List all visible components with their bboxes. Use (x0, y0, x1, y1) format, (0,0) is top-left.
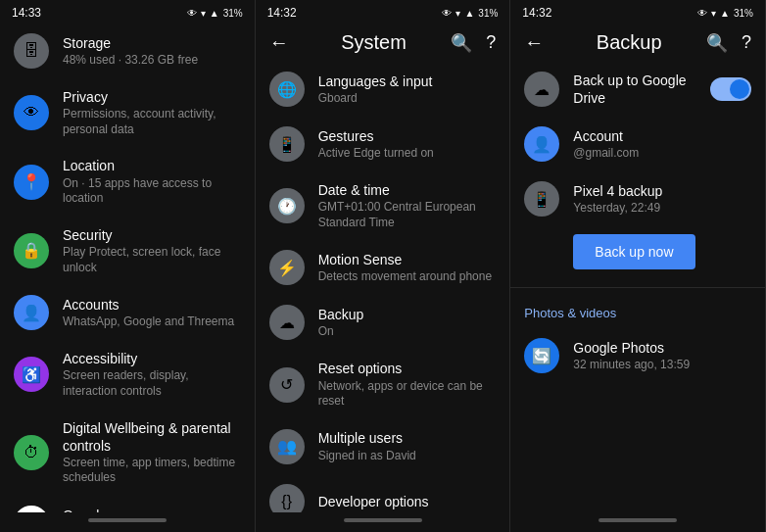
nav-bar-2 (256, 512, 510, 532)
motion-title: Motion Sense (318, 251, 497, 268)
system-item-backup[interactable]: ☁BackupOn (256, 295, 510, 350)
settings-item-storage[interactable]: 🗄Storage48% used · 33.26 GB free (0, 24, 255, 78)
status-icons-1: 👁 ▾ ▲ 31% (187, 8, 243, 19)
wellbeing-icon: ⏱ (14, 435, 49, 470)
backup-drive-text: Back up to Google Drive (573, 72, 710, 107)
motion-icon: ⚡ (269, 250, 305, 285)
gesture-icon: 📱 (269, 126, 305, 162)
account-subtitle: @gmail.com (573, 146, 751, 162)
settings-item-accessibility[interactable]: ♿AccessibilityScreen readers, display, i… (0, 340, 255, 409)
photos-videos-header: Photos & videos (510, 292, 765, 328)
status-bar-3: 14:32 👁 ▾ ▲ 31% (510, 0, 765, 24)
lang-icon: 🌐 (269, 72, 305, 107)
security-subtitle: Play Protect, screen lock, face unlock (63, 245, 241, 275)
google-photos-subtitle: 32 minutes ago, 13:59 (573, 358, 751, 373)
battery-icon: 31% (223, 8, 243, 19)
wifi-icon-2: ▾ (455, 8, 460, 19)
google-icon: G (14, 506, 49, 512)
settings-item-google[interactable]: GGoogleServices & preferences (0, 496, 255, 512)
location-icon: 📍 (14, 165, 49, 200)
lang-title: Languages & input (318, 73, 497, 90)
visibility-icon-3: 👁 (697, 8, 707, 19)
google-photos-item[interactable]: 🔄 Google Photos 32 minutes ago, 13:59 (510, 328, 765, 383)
nav-pill-2 (344, 518, 422, 522)
backup-drive-item[interactable]: ☁ Back up to Google Drive (510, 62, 765, 117)
help-icon-3[interactable]: ? (742, 32, 751, 53)
help-icon-2[interactable]: ? (486, 32, 496, 53)
datetime-text: Date & timeGMT+01:00 Central European St… (318, 181, 497, 230)
settings-item-accounts[interactable]: 👤AccountsWhatsApp, Google and Threema (0, 285, 255, 340)
accounts-icon: 👤 (14, 295, 49, 330)
backup-subtitle: On (318, 324, 497, 340)
back-button-2[interactable]: ← (269, 31, 289, 54)
system-item-datetime[interactable]: 🕐Date & timeGMT+01:00 Central European S… (256, 171, 510, 240)
pixel4-item[interactable]: 📱 Pixel 4 backup Yesterday, 22:49 (510, 171, 765, 226)
dev-title: Developer options (318, 493, 497, 510)
settings-item-wellbeing[interactable]: ⏱Digital Wellbeing & parental controlsSc… (0, 410, 255, 497)
panel-system: 14:32 👁 ▾ ▲ 31% ← System 🔍 ? 🌐Languages … (256, 0, 511, 532)
status-bar-1: 14:33 👁 ▾ ▲ 31% (0, 0, 255, 24)
system-item-gesture[interactable]: 📱GesturesActive Edge turned on (256, 117, 510, 171)
reset-subtitle: Network, apps or device can be reset (318, 379, 497, 410)
wifi-icon: ▾ (201, 8, 206, 19)
account-item[interactable]: 👤 Account @gmail.com (510, 117, 765, 171)
back-button-3[interactable]: ← (524, 31, 544, 54)
backup-divider (510, 287, 765, 288)
status-bar-2: 14:32 👁 ▾ ▲ 31% (256, 0, 510, 24)
wifi-icon-3: ▾ (711, 8, 716, 19)
system-item-motion[interactable]: ⚡Motion SenseDetects movement around pho… (256, 240, 510, 295)
privacy-subtitle: Permissions, account activity, personal … (63, 107, 241, 137)
accessibility-icon: ♿ (14, 357, 49, 392)
accounts-text: AccountsWhatsApp, Google and Threema (63, 296, 241, 330)
privacy-title: Privacy (63, 88, 241, 106)
system-item-reset[interactable]: ↺Reset optionsNetwork, apps or device ca… (256, 350, 510, 418)
account-title: Account (573, 127, 751, 145)
system-header: ← System 🔍 ? (256, 24, 510, 62)
backup-now-button[interactable]: Back up now (573, 234, 694, 269)
account-icon: 👤 (524, 126, 559, 162)
system-title: System (341, 31, 407, 54)
storage-text: Storage48% used · 33.26 GB free (63, 34, 241, 69)
motion-text: Motion SenseDetects movement around phon… (318, 251, 497, 285)
multiuser-icon: 👥 (269, 429, 305, 464)
pixel4-icon: 📱 (524, 181, 559, 217)
accounts-title: Accounts (63, 296, 241, 314)
status-icons-2: 👁 ▾ ▲ 31% (442, 8, 498, 19)
status-time-2: 14:32 (267, 6, 297, 20)
pixel4-text: Pixel 4 backup Yesterday, 22:49 (573, 182, 751, 217)
backup-title: Backup (318, 306, 497, 323)
main-settings-list: 🗄Storage48% used · 33.26 GB free👁Privacy… (0, 24, 255, 512)
settings-item-privacy[interactable]: 👁PrivacyPermissions, account activity, p… (0, 78, 255, 147)
storage-icon: 🗄 (14, 33, 49, 69)
nav-pill-3 (598, 518, 677, 522)
location-title: Location (63, 157, 241, 174)
search-icon-2[interactable]: 🔍 (451, 32, 472, 54)
system-item-lang[interactable]: 🌐Languages & inputGboard (256, 62, 510, 117)
gesture-title: Gestures (318, 127, 497, 145)
lang-text: Languages & inputGboard (318, 73, 497, 107)
security-icon: 🔒 (14, 233, 49, 268)
system-item-dev[interactable]: {}Developer options (256, 474, 510, 512)
settings-item-location[interactable]: 📍LocationOn · 15 apps have access to loc… (0, 147, 255, 216)
dev-text: Developer options (318, 493, 497, 510)
settings-item-security[interactable]: 🔒SecurityPlay Protect, screen lock, face… (0, 217, 255, 285)
backup-header: ← Backup 🔍 ? (510, 24, 765, 62)
system-list: 🌐Languages & inputGboard📱GesturesActive … (256, 62, 510, 512)
wellbeing-subtitle: Screen time, app timers, bedtime schedul… (63, 456, 241, 486)
battery-icon-3: 31% (734, 8, 753, 19)
signal-icon-3: ▲ (720, 8, 730, 19)
nav-bar-1 (0, 512, 255, 532)
backup-drive-title: Back up to Google Drive (573, 72, 710, 107)
google-photos-title: Google Photos (573, 339, 751, 357)
backup-toggle[interactable] (710, 77, 751, 101)
system-header-icons: 🔍 ? (451, 32, 496, 54)
motion-subtitle: Detects movement around phone (318, 269, 497, 285)
backup-icon: ☁ (269, 305, 305, 340)
nav-bar-3 (510, 512, 765, 532)
search-icon-3[interactable]: 🔍 (706, 32, 728, 54)
visibility-icon-2: 👁 (442, 8, 452, 19)
nav-pill-1 (88, 518, 167, 522)
multiuser-title: Multiple users (318, 429, 497, 447)
system-item-multiuser[interactable]: 👥Multiple usersSigned in as David (256, 419, 510, 474)
google-photos-icon: 🔄 (524, 338, 559, 373)
